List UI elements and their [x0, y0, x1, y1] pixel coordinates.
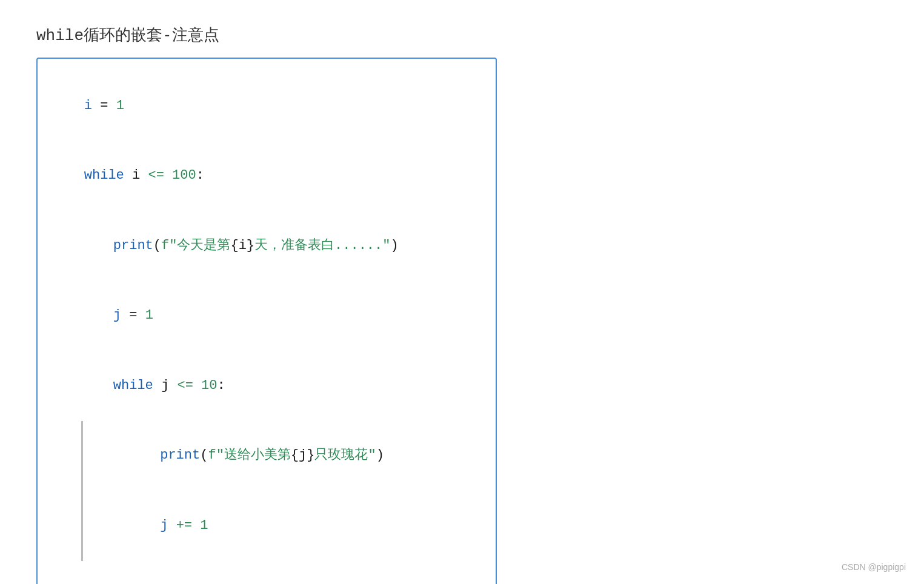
inner-while-block: print(f"送给小美第{j}只玫瑰花") j += 1: [81, 421, 481, 561]
code-line-7: print("小美，我喜欢你"): [52, 561, 481, 585]
page-title: while循环的嵌套-注意点: [36, 24, 888, 45]
code-line-5: print(f"送给小美第{j}只玫瑰花"): [83, 421, 481, 491]
code-block: i = 1 while i <= 100: print(f"今天是第{i}天，准…: [36, 58, 497, 584]
title-suffix: 循环的嵌套-注意点: [84, 25, 219, 44]
code-line-4: while j <= 10:: [52, 351, 481, 421]
code-line-2: print(f"今天是第{i}天，准备表白......"): [52, 211, 481, 281]
code-line-0: i = 1: [52, 71, 481, 141]
watermark: CSDN @pigpigpi: [842, 562, 906, 572]
code-line-1: while i <= 100:: [52, 141, 481, 211]
code-line-6: j += 1: [83, 491, 481, 561]
title-keyword: while: [36, 27, 84, 45]
code-line-3: j = 1: [52, 281, 481, 351]
